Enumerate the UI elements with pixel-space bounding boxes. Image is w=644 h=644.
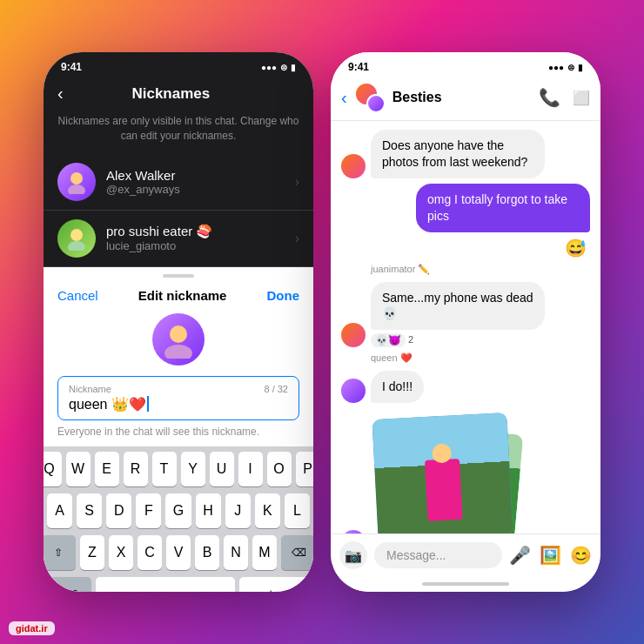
back-button[interactable]: ‹ bbox=[57, 84, 64, 104]
back-button[interactable]: ‹ bbox=[341, 88, 347, 108]
sender-label: juanimator ✏️ bbox=[371, 264, 590, 275]
signal-icon: ●●● bbox=[261, 63, 277, 72]
phone-icon[interactable]: 📞 bbox=[539, 87, 560, 108]
signal-icon: ●●● bbox=[548, 63, 564, 72]
key-z[interactable]: Z bbox=[80, 535, 104, 570]
key-w[interactable]: W bbox=[66, 452, 91, 486]
keyboard-row-1: Q W E R T Y U I O P bbox=[47, 452, 310, 486]
nicknames-list: Alex Walker @ex_anyways › pro sushi eate… bbox=[44, 154, 313, 267]
key-k[interactable]: K bbox=[255, 493, 280, 528]
nicknames-title: Nicknames bbox=[64, 85, 278, 103]
chat-input-icons: 🎤 🖼️ 😊 bbox=[509, 545, 592, 566]
key-e[interactable]: E bbox=[95, 452, 119, 486]
avatar-group bbox=[354, 82, 386, 113]
reactions: 💀😈 2 bbox=[371, 332, 545, 347]
sticker-button[interactable]: 😊 bbox=[570, 545, 592, 566]
key-p[interactable]: P bbox=[296, 452, 314, 486]
key-j[interactable]: J bbox=[225, 493, 251, 528]
left-status-bar: 9:41 ●●● ⊜ ▮ bbox=[44, 52, 313, 77]
photo-stack bbox=[371, 412, 527, 533]
right-phone: 9:41 ●●● ⊜ ▮ ‹ Besties bbox=[331, 52, 600, 592]
avatar-secondary bbox=[366, 94, 386, 113]
left-time: 9:41 bbox=[61, 61, 82, 73]
key-l[interactable]: L bbox=[285, 493, 310, 528]
svg-point-3 bbox=[68, 241, 85, 251]
shift-key[interactable]: ⇧ bbox=[44, 535, 76, 570]
list-item[interactable]: pro sushi eater 🍣 lucie_giamoto › bbox=[44, 211, 313, 267]
cancel-button[interactable]: Cancel bbox=[57, 288, 98, 303]
home-bar bbox=[422, 582, 509, 586]
key-o[interactable]: O bbox=[267, 452, 292, 486]
key-t[interactable]: T bbox=[152, 452, 177, 486]
return-key[interactable]: return bbox=[239, 577, 309, 592]
sheet-toolbar: Cancel Edit nickname Done bbox=[44, 285, 313, 310]
message-input[interactable]: Message... bbox=[374, 542, 502, 568]
key-d[interactable]: D bbox=[106, 493, 131, 528]
avatar bbox=[57, 163, 96, 201]
nickname-sub: @ex_anyways bbox=[106, 183, 285, 196]
key-u[interactable]: U bbox=[210, 452, 234, 486]
message-bubble: Same...my phone was dead 💀 bbox=[371, 282, 545, 331]
message-bubble: Does anyone have the photos from last we… bbox=[371, 130, 545, 178]
right-status-icons: ●●● ⊜ ▮ bbox=[548, 63, 583, 72]
key-x[interactable]: X bbox=[109, 535, 133, 570]
chevron-right-icon: › bbox=[295, 231, 299, 246]
chat-name: Besties bbox=[392, 90, 532, 105]
video-icon[interactable]: ⬜ bbox=[573, 90, 590, 106]
mic-button[interactable]: 🎤 bbox=[509, 545, 531, 566]
key-b[interactable]: B bbox=[195, 535, 219, 570]
svg-point-4 bbox=[170, 325, 187, 343]
input-label-row: Nickname 8 / 32 bbox=[69, 384, 288, 394]
nickname-input-box[interactable]: Nickname 8 / 32 queen 👑❤️ bbox=[57, 376, 299, 420]
message-row: Same...my phone was dead 💀 💀😈 2 bbox=[341, 282, 590, 348]
chat-input-row: 📷 Message... 🎤 🖼️ 😊 bbox=[331, 533, 600, 576]
key-y[interactable]: Y bbox=[181, 452, 205, 486]
key-f[interactable]: F bbox=[136, 493, 161, 528]
key-g[interactable]: G bbox=[165, 493, 191, 528]
nickname-sub: lucie_giamoto bbox=[106, 239, 285, 252]
keyboard-row-3: ⇧ Z X C V B N M ⌫ bbox=[47, 535, 310, 570]
key-c[interactable]: C bbox=[138, 535, 162, 570]
backspace-key[interactable]: ⌫ bbox=[281, 535, 313, 570]
edit-nickname-sheet: Cancel Edit nickname Done Nickname 8 / 3… bbox=[44, 267, 313, 592]
watermark-text: gidat.ir bbox=[16, 623, 48, 634]
sheet-title: Edit nickname bbox=[138, 288, 227, 303]
nickname-name: Alex Walker bbox=[106, 168, 285, 183]
key-q[interactable]: Q bbox=[44, 452, 62, 486]
key-i[interactable]: I bbox=[238, 452, 263, 486]
key-r[interactable]: R bbox=[124, 452, 148, 486]
keyboard-row-2: A S D F G H J K L bbox=[47, 493, 310, 528]
keyboard: Q W E R T Y U I O P A bbox=[44, 446, 313, 592]
input-hint: Everyone in the chat will see this nickn… bbox=[57, 426, 299, 438]
key-m[interactable]: M bbox=[252, 535, 277, 570]
gallery-button[interactable]: 🖼️ bbox=[540, 545, 561, 566]
input-text: queen 👑❤️ bbox=[69, 396, 146, 413]
key-a[interactable]: A bbox=[47, 493, 72, 528]
right-time: 9:41 bbox=[348, 61, 369, 73]
right-status-bar: 9:41 ●●● ⊜ ▮ bbox=[331, 52, 600, 77]
key-v[interactable]: V bbox=[166, 535, 191, 570]
camera-button[interactable]: 📷 bbox=[339, 541, 367, 569]
message-row: I do!!! bbox=[341, 371, 590, 403]
left-status-icons: ●●● ⊜ ▮ bbox=[261, 63, 296, 72]
msg-with-reaction: Same...my phone was dead 💀 💀😈 2 bbox=[371, 282, 545, 348]
key-h[interactable]: H bbox=[196, 493, 221, 528]
nickname-info: pro sushi eater 🍣 lucie_giamoto bbox=[106, 224, 285, 252]
done-button[interactable]: Done bbox=[267, 288, 300, 303]
list-item[interactable]: Alex Walker @ex_anyways › bbox=[44, 154, 313, 211]
nicknames-header: ‹ Nicknames bbox=[44, 77, 313, 114]
numbers-key[interactable]: 123 bbox=[48, 577, 91, 592]
home-indicator bbox=[331, 576, 600, 592]
chevron-right-icon: › bbox=[295, 174, 299, 190]
key-n[interactable]: N bbox=[224, 535, 248, 570]
space-key[interactable]: space bbox=[96, 577, 235, 592]
chat-header-icons: 📞 ⬜ bbox=[539, 87, 590, 108]
wifi-icon: ⊜ bbox=[567, 63, 574, 72]
keyboard-row-4: 123 space return bbox=[47, 577, 310, 592]
messages-area: Does anyone have the photos from last we… bbox=[331, 121, 600, 533]
svg-point-0 bbox=[70, 172, 83, 184]
input-value[interactable]: queen 👑❤️ bbox=[69, 396, 288, 413]
avatar bbox=[57, 219, 96, 258]
battery-icon: ▮ bbox=[578, 63, 583, 72]
key-s[interactable]: S bbox=[77, 493, 102, 528]
